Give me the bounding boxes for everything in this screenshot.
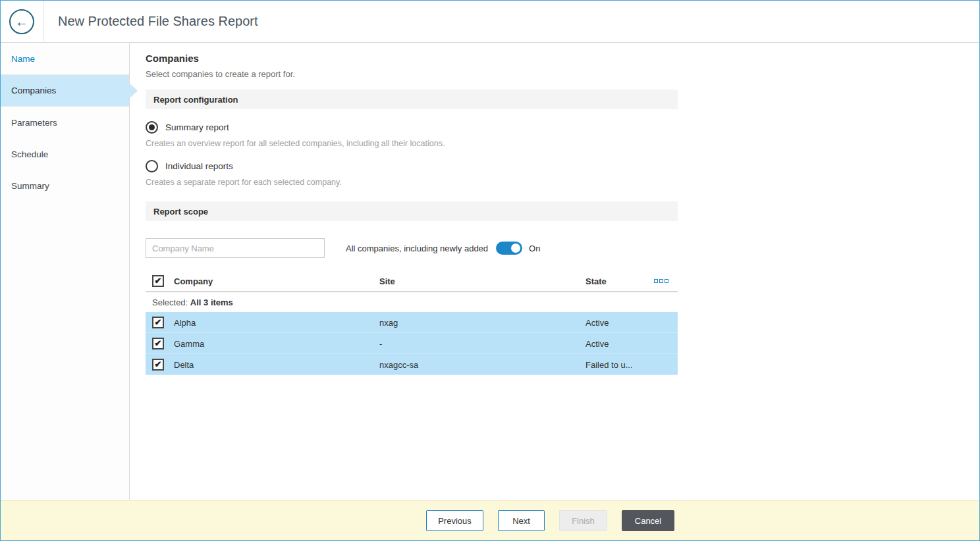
step-subtitle: Select companies to create a report for. bbox=[146, 69, 678, 79]
all-companies-toggle[interactable] bbox=[496, 242, 522, 255]
wizard-window: ← New Protected File Shares Report Name … bbox=[0, 0, 980, 541]
check-icon: ✔ bbox=[155, 360, 162, 369]
cell-site: nxag bbox=[379, 317, 398, 327]
column-header-state[interactable]: State bbox=[585, 276, 607, 286]
row-checkbox[interactable]: ✔ bbox=[152, 317, 164, 328]
cell-state: Failed to u... bbox=[585, 359, 633, 369]
wizard-footer: Previous Next Finish Cancel bbox=[1, 500, 979, 540]
radio-individual-label: Individual reports bbox=[165, 161, 233, 171]
company-name-input[interactable] bbox=[146, 238, 325, 258]
back-button-area: ← bbox=[1, 1, 43, 42]
check-icon: ✔ bbox=[155, 339, 162, 348]
radio-individual-reports[interactable]: Individual reports bbox=[146, 160, 678, 172]
finish-button[interactable]: Finish bbox=[559, 510, 607, 531]
radio-unselected-icon[interactable] bbox=[146, 160, 158, 172]
radio-summary-label: Summary report bbox=[165, 122, 229, 132]
select-all-checkbox[interactable]: ✔ bbox=[152, 275, 164, 287]
previous-button[interactable]: Previous bbox=[426, 510, 483, 531]
section-report-scope: Report scope bbox=[146, 201, 678, 221]
radio-summary-report[interactable]: Summary report bbox=[146, 121, 678, 134]
step-title: Companies bbox=[146, 53, 678, 64]
check-icon: ✔ bbox=[155, 318, 162, 326]
section-report-configuration: Report configuration bbox=[146, 90, 678, 109]
row-checkbox[interactable]: ✔ bbox=[152, 338, 164, 349]
toggle-state-text: On bbox=[529, 244, 540, 253]
selected-label: Selected: bbox=[152, 297, 188, 307]
column-chooser-icon[interactable] bbox=[654, 279, 668, 283]
scope-controls-row: All companies, including newly added On bbox=[146, 238, 678, 258]
cancel-button[interactable]: Cancel bbox=[622, 510, 674, 531]
row-checkbox[interactable]: ✔ bbox=[152, 359, 164, 371]
page-title: New Protected File Shares Report bbox=[43, 1, 258, 42]
table-row[interactable]: ✔ Alpha nxag Active bbox=[146, 312, 678, 333]
sidebar-item-companies[interactable]: Companies bbox=[1, 75, 129, 107]
table-row[interactable]: ✔ Delta nxagcc-sa Failed to u... bbox=[146, 354, 678, 375]
column-header-company[interactable]: Company bbox=[174, 276, 213, 286]
next-button[interactable]: Next bbox=[498, 510, 545, 531]
radio-summary-description: Creates an overview report for all selec… bbox=[146, 139, 678, 148]
check-icon: ✔ bbox=[155, 276, 162, 285]
cell-company: Delta bbox=[174, 359, 194, 369]
sidebar-item-name[interactable]: Name bbox=[1, 43, 129, 75]
table-row[interactable]: ✔ Gamma - Active bbox=[146, 333, 678, 354]
wizard-steps-sidebar: Name Companies Parameters Schedule Summa… bbox=[1, 43, 130, 500]
companies-table-header: ✔ Company Site State bbox=[146, 270, 678, 292]
radio-individual-description: Creates a separate report for each selec… bbox=[146, 178, 678, 187]
all-companies-toggle-label: All companies, including newly added bbox=[346, 244, 488, 253]
cell-company: Gamma bbox=[174, 338, 204, 348]
cell-state: Active bbox=[585, 317, 609, 327]
cell-site: - bbox=[379, 338, 382, 348]
toggle-knob bbox=[511, 244, 520, 253]
sidebar-item-parameters[interactable]: Parameters bbox=[1, 107, 129, 138]
column-header-site[interactable]: Site bbox=[379, 276, 395, 286]
cell-state: Active bbox=[585, 338, 609, 348]
footer-buttons: Previous Next Finish Cancel bbox=[426, 510, 674, 531]
sidebar-item-schedule[interactable]: Schedule bbox=[1, 138, 129, 170]
back-button[interactable]: ← bbox=[9, 9, 34, 34]
sidebar-item-summary[interactable]: Summary bbox=[1, 170, 129, 201]
main-content: Companies Select companies to create a r… bbox=[130, 43, 979, 500]
cell-company: Alpha bbox=[174, 317, 196, 327]
selection-summary: Selected: All 3 items bbox=[146, 292, 678, 312]
selected-count: All 3 items bbox=[190, 297, 233, 307]
cell-site: nxagcc-sa bbox=[379, 359, 418, 369]
back-arrow-icon: ← bbox=[15, 11, 28, 33]
header: ← New Protected File Shares Report bbox=[1, 1, 979, 43]
radio-selected-icon[interactable] bbox=[146, 121, 158, 134]
